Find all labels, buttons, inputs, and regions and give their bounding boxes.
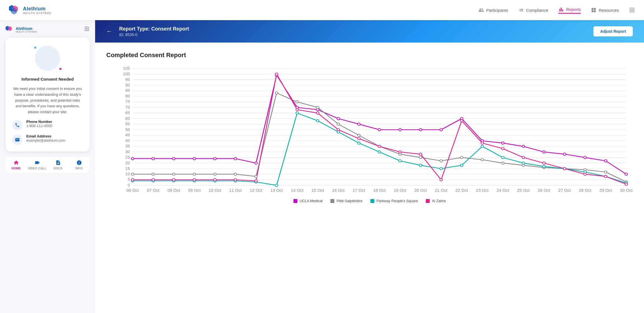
svg-text:26 Oct: 26 Oct <box>538 188 550 193</box>
svg-point-178 <box>522 156 525 159</box>
logo: Alethium HEALTH SYSTEMS <box>9 5 51 15</box>
svg-text:24 Oct: 24 Oct <box>497 188 509 193</box>
svg-text:25 Oct: 25 Oct <box>517 188 530 193</box>
nav-item-participants[interactable]: Participants <box>478 7 508 13</box>
svg-point-90 <box>255 162 257 164</box>
bottom-nav-home[interactable]: HOME <box>6 157 27 173</box>
svg-point-165 <box>255 180 257 182</box>
phone-value: 1-800-111-0000 <box>26 124 52 128</box>
contact-info: Phone Number 1-800-111-0000 Email Addres… <box>12 120 83 145</box>
svg-point-126 <box>481 158 483 161</box>
svg-text:60: 60 <box>125 116 130 120</box>
svg-point-119 <box>337 123 340 125</box>
mobile-panel: Alethium HEALTH SYSTEMS <box>0 20 95 313</box>
report-type-label: Report Type: Consent Report <box>119 26 593 32</box>
svg-point-170 <box>358 137 360 140</box>
svg-text:30 Oct: 30 Oct <box>620 188 633 193</box>
svg-point-174 <box>440 179 442 181</box>
nav-label-reports: Reports <box>566 7 581 12</box>
svg-point-99 <box>440 129 442 131</box>
svg-text:50: 50 <box>125 127 130 132</box>
svg-point-96 <box>378 129 381 131</box>
info-icon <box>76 160 82 165</box>
bottom-nav-info[interactable]: INFO <box>69 157 90 173</box>
svg-point-125 <box>460 156 463 159</box>
svg-point-95 <box>358 123 360 125</box>
svg-text:20: 20 <box>125 161 130 165</box>
bottom-nav-video-call[interactable]: VIDEO CALL <box>27 157 48 173</box>
svg-text:30: 30 <box>125 150 130 154</box>
svg-text:55: 55 <box>125 122 130 126</box>
svg-text:09 Oct: 09 Oct <box>188 188 201 193</box>
home-icon <box>13 160 19 165</box>
back-button[interactable]: ← <box>106 28 112 35</box>
top-navigation: Alethium HEALTH SYSTEMS Participants Com… <box>0 0 644 20</box>
svg-point-143 <box>316 120 319 122</box>
nav-item-compliance[interactable]: Compliance <box>518 7 548 13</box>
main-layout: Alethium HEALTH SYSTEMS <box>0 20 644 313</box>
svg-point-163 <box>213 179 216 181</box>
logo-sub: HEALTH SYSTEMS <box>23 12 51 15</box>
svg-text:11 Oct: 11 Oct <box>229 188 242 193</box>
svg-text:80: 80 <box>125 94 130 98</box>
banner-info: Report Type: Consent Report ID: 8535-0 <box>119 26 593 37</box>
mobile-bottom-nav: HOME VIDEO CALL DOCS INFO <box>6 157 90 173</box>
nav-item-reports[interactable]: Reports <box>558 7 581 14</box>
svg-point-114 <box>234 173 237 176</box>
svg-text:45: 45 <box>125 133 130 137</box>
logout-icon <box>629 7 635 13</box>
svg-text:22 Oct: 22 Oct <box>455 188 468 193</box>
svg-point-124 <box>440 160 442 162</box>
svg-text:18 Oct: 18 Oct <box>373 188 386 193</box>
mobile-logout-button[interactable] <box>84 26 90 33</box>
phone-contact: Phone Number 1-800-111-0000 <box>12 120 83 130</box>
svg-text:35: 35 <box>125 144 130 148</box>
svg-point-180 <box>563 167 566 170</box>
nav-label-participants: Participants <box>486 8 508 13</box>
line-chart: .chart-grid { stroke: #e0e0e0; stroke-wi… <box>106 66 633 194</box>
svg-point-150 <box>460 164 463 167</box>
svg-point-146 <box>378 151 381 153</box>
svg-point-103 <box>522 145 525 148</box>
svg-text:10 Oct: 10 Oct <box>209 188 221 193</box>
svg-point-164 <box>234 179 237 181</box>
svg-text:16 Oct: 16 Oct <box>332 188 345 193</box>
svg-point-142 <box>296 112 299 114</box>
svg-point-149 <box>440 167 442 170</box>
svg-text:75: 75 <box>125 100 130 104</box>
nav-item-resources[interactable]: Resources <box>591 7 619 13</box>
svg-point-85 <box>152 157 154 160</box>
svg-text:14 Oct: 14 Oct <box>291 188 304 193</box>
svg-text:15: 15 <box>125 166 130 170</box>
svg-text:10: 10 <box>125 172 130 176</box>
svg-text:28 Oct: 28 Oct <box>579 188 591 193</box>
svg-point-152 <box>502 156 504 159</box>
legend-color-ucla <box>293 199 297 203</box>
svg-text:65: 65 <box>125 111 130 115</box>
legend-color-parkway <box>370 199 374 203</box>
svg-text:70: 70 <box>125 105 130 109</box>
logout-button[interactable] <box>629 7 635 13</box>
adjust-report-button[interactable]: Adjust Report <box>593 26 633 36</box>
svg-point-111 <box>172 173 175 176</box>
svg-point-118 <box>316 106 319 109</box>
svg-point-171 <box>378 145 381 148</box>
svg-point-172 <box>399 151 401 153</box>
mobile-card: Informed Consent Needed We need your ini… <box>6 38 90 151</box>
svg-point-151 <box>481 145 483 148</box>
svg-text:0: 0 <box>128 183 130 187</box>
svg-point-175 <box>460 120 463 122</box>
logo-name: Alethium <box>23 6 51 12</box>
legend-color-alzahra <box>426 199 430 203</box>
svg-point-120 <box>358 134 360 137</box>
svg-point-102 <box>502 142 504 144</box>
svg-point-112 <box>193 173 196 176</box>
mobile-logo-sub: HEALTH SYSTEMS <box>16 31 37 33</box>
content-area: ← Report Type: Consent Report ID: 8535-0… <box>95 20 644 313</box>
svg-point-87 <box>193 157 196 160</box>
bottom-nav-docs[interactable]: DOCS <box>48 157 69 173</box>
svg-point-104 <box>543 151 545 153</box>
svg-text:100: 100 <box>123 72 130 76</box>
mobile-illustration <box>31 44 64 72</box>
logo-icon <box>9 5 20 15</box>
